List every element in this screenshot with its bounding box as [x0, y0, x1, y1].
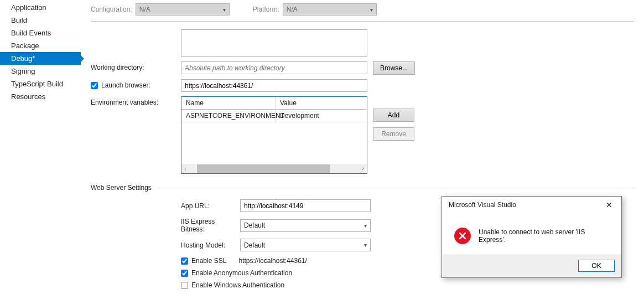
sidebar-item-resources[interactable]: Resources	[0, 90, 81, 103]
env-cell-name: ASPNETCORE_ENVIRONMENT	[181, 110, 276, 122]
configuration-combo: N/A ▾	[136, 3, 230, 16]
enable-ssl-checkbox-wrap[interactable]: Enable SSL	[181, 257, 226, 265]
env-row[interactable]: ASPNETCORE_ENVIRONMENT Development	[181, 110, 367, 122]
sidebar-item-build-events[interactable]: Build Events	[0, 27, 81, 39]
env-header-row: Name Value	[181, 97, 367, 110]
config-platform-bar: Configuration: N/A ▾ Platform: N/A ▾	[91, 0, 634, 21]
web-server-settings-header: Web Server Settings	[91, 184, 152, 192]
launch-browser-checkbox[interactable]	[91, 82, 98, 89]
env-header-value: Value	[276, 97, 367, 109]
hosting-model-value: Default	[244, 241, 265, 249]
platform-label: Platform:	[253, 6, 279, 13]
launch-browser-label: Launch browser:	[101, 81, 150, 89]
sidebar-item-application[interactable]: Application	[0, 1, 81, 14]
env-remove-button[interactable]: Remove	[373, 127, 414, 141]
sidebar-item-build[interactable]: Build	[0, 14, 81, 27]
sidebar-item-label: Signing	[11, 67, 35, 75]
app-url-label: App URL:	[181, 202, 240, 210]
dialog-titlebar: Microsoft Visual Studio ✕	[442, 197, 621, 213]
enable-windows-checkbox[interactable]	[181, 282, 188, 289]
env-header-name: Name	[181, 97, 276, 109]
dialog-ok-button[interactable]: OK	[578, 260, 615, 272]
sidebar-item-label: TypeScript Build	[11, 80, 63, 88]
enable-ssl-label: Enable SSL	[191, 257, 226, 265]
configuration-value: N/A	[139, 6, 150, 13]
iis-bitness-label: IIS Express Bitness:	[181, 218, 240, 233]
scroll-thumb[interactable]	[197, 164, 330, 173]
hosting-model-select[interactable]: Default ▾	[240, 239, 371, 251]
dialog-title-text: Microsoft Visual Studio	[449, 201, 516, 209]
properties-sidebar: Application Build Build Events Package D…	[0, 0, 81, 103]
enable-anonymous-checkbox[interactable]	[181, 270, 188, 277]
iis-bitness-select[interactable]: Default ▾	[240, 219, 371, 232]
configuration-label: Configuration:	[91, 6, 132, 13]
section-divider	[158, 188, 634, 188]
working-directory-label: Working directory:	[91, 61, 181, 71]
launch-browser-checkbox-wrap[interactable]: Launch browser:	[91, 81, 181, 89]
sidebar-item-typescript-build[interactable]: TypeScript Build	[0, 78, 81, 90]
unnamed-textarea[interactable]	[181, 29, 367, 57]
divider	[91, 21, 634, 22]
error-dialog: Microsoft Visual Studio ✕ Unable to conn…	[442, 196, 622, 278]
env-vars-table[interactable]: Name Value ASPNETCORE_ENVIRONMENT Develo…	[181, 96, 367, 174]
chevron-down-icon: ▾	[364, 223, 367, 229]
enable-windows-label: Enable Windows Authentication	[191, 281, 284, 289]
platform-combo: N/A ▾	[283, 3, 377, 16]
env-add-button[interactable]: Add	[373, 109, 414, 122]
scroll-right-icon[interactable]: ›	[359, 166, 367, 172]
scroll-left-icon[interactable]: ‹	[181, 166, 189, 172]
env-cell-value: Development	[276, 110, 367, 122]
sidebar-item-label: Resources	[11, 92, 45, 101]
working-directory-input[interactable]	[181, 61, 367, 74]
sidebar-item-label: Debug*	[11, 54, 35, 63]
env-vars-label: Environment variables:	[91, 96, 181, 106]
launch-browser-url-input[interactable]	[181, 79, 367, 92]
sidebar-item-debug[interactable]: Debug*	[0, 52, 81, 65]
sidebar-item-package[interactable]: Package	[0, 39, 81, 52]
iis-bitness-value: Default	[244, 221, 265, 229]
env-body: ASPNETCORE_ENVIRONMENT Development	[181, 110, 367, 164]
ssl-url-text: https://localhost:44361/	[238, 257, 307, 265]
dialog-message: Unable to connect to web server 'IIS Exp…	[479, 228, 614, 244]
dialog-close-button[interactable]: ✕	[601, 199, 617, 211]
sidebar-item-label: Build	[11, 16, 27, 24]
sidebar-item-label: Application	[11, 3, 46, 12]
env-scrollbar[interactable]: ‹ ›	[181, 164, 367, 173]
chevron-down-icon: ▾	[364, 242, 367, 248]
chevron-down-icon: ▾	[370, 7, 373, 13]
close-icon: ✕	[606, 200, 612, 209]
sidebar-item-label: Package	[11, 42, 39, 50]
error-icon	[454, 228, 471, 244]
sidebar-item-label: Build Events	[11, 29, 51, 37]
hosting-model-label: Hosting Model:	[181, 241, 240, 249]
browse-button[interactable]: Browse...	[373, 61, 415, 75]
sidebar-item-signing[interactable]: Signing	[0, 65, 81, 78]
chevron-down-icon: ▾	[223, 7, 226, 13]
dialog-footer: OK	[442, 254, 621, 277]
enable-anonymous-label: Enable Anonymous Authentication	[191, 269, 292, 277]
enable-windows-checkbox-wrap[interactable]: Enable Windows Authentication	[181, 281, 284, 289]
enable-ssl-checkbox[interactable]	[181, 257, 188, 265]
enable-anonymous-checkbox-wrap[interactable]: Enable Anonymous Authentication	[181, 269, 292, 277]
platform-value: N/A	[287, 6, 298, 13]
app-url-input[interactable]	[240, 199, 371, 212]
